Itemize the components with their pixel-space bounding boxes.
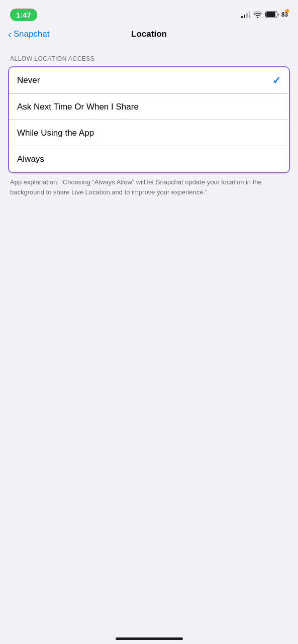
status-time: 1:47 xyxy=(10,9,37,21)
signal-bar-2 xyxy=(244,15,245,18)
signal-bar-1 xyxy=(241,16,243,18)
signal-bar-3 xyxy=(246,13,248,18)
wifi-icon xyxy=(253,11,262,18)
orange-dot-indicator xyxy=(285,9,289,13)
signal-bar-4 xyxy=(249,12,250,18)
option-always-label: Always xyxy=(17,154,44,164)
status-bar: 1:47 83 xyxy=(0,0,298,25)
back-button[interactable]: ‹ Snapchat xyxy=(8,29,50,39)
battery-icon: 83 xyxy=(265,11,288,18)
content-area: ALLOW LOCATION ACCESS Never ✓ Ask Next T… xyxy=(0,47,298,207)
option-while-using-label: While Using the App xyxy=(17,128,94,138)
option-ask-next-time-label: Ask Next Time Or When I Share xyxy=(17,102,139,112)
section-label: ALLOW LOCATION ACCESS xyxy=(0,47,298,66)
home-indicator xyxy=(116,637,183,640)
option-never[interactable]: Never ✓ xyxy=(9,67,289,94)
signal-icon xyxy=(241,11,250,18)
back-label: Snapchat xyxy=(14,29,50,39)
option-never-label: Never xyxy=(17,75,40,85)
status-icons: 83 xyxy=(241,11,288,18)
location-options-list: Never ✓ Ask Next Time Or When I Share Wh… xyxy=(8,66,290,173)
back-chevron-icon: ‹ xyxy=(8,29,12,39)
svg-rect-1 xyxy=(266,12,275,17)
app-explanation: App explanation: “Choosing “Always Allow… xyxy=(10,177,288,197)
option-while-using[interactable]: While Using the App xyxy=(9,120,289,146)
page-title: Location xyxy=(131,29,167,39)
nav-bar: ‹ Snapchat Location xyxy=(0,25,298,47)
option-never-checkmark: ✓ xyxy=(272,74,281,86)
option-always[interactable]: Always xyxy=(9,146,289,172)
option-ask-next-time[interactable]: Ask Next Time Or When I Share xyxy=(9,94,289,120)
